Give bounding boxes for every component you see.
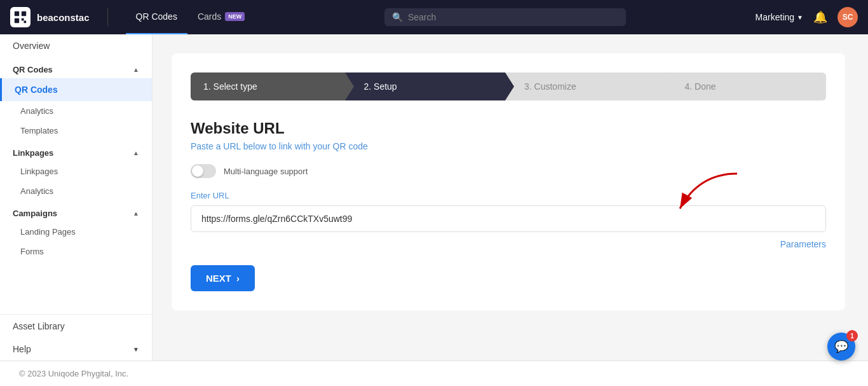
chevron-down-icon: ▼ — [797, 14, 803, 21]
step-3[interactable]: 3. Customize — [505, 72, 666, 100]
nav-tabs: QR Codes Cards NEW — [126, 0, 255, 34]
url-arrow-area — [191, 205, 826, 232]
search-icon: 🔍 — [392, 12, 403, 22]
toggle-knob — [192, 165, 203, 177]
sidebar-item-help[interactable]: Help ▼ — [0, 338, 152, 361]
sidebar: Overview QR Codes ▲ QR Codes Analytics T… — [0, 34, 153, 361]
cards-new-badge: NEW — [225, 12, 245, 21]
notifications-bell[interactable]: 🔔 — [813, 10, 827, 24]
sidebar-item-asset-library[interactable]: Asset Library — [0, 315, 152, 338]
sidebar-bottom: Asset Library Help ▼ — [0, 314, 152, 361]
svg-rect-0 — [15, 11, 19, 16]
content-area: 1. Select type 2. Setup 3. Customize 4. … — [153, 34, 868, 361]
sidebar-item-qr-codes[interactable]: QR Codes — [0, 78, 152, 101]
search-input[interactable] — [408, 12, 618, 22]
svg-rect-3 — [22, 18, 24, 21]
next-button[interactable]: NEXT › — [191, 265, 255, 291]
workspace-selector[interactable]: Marketing ▼ — [756, 12, 803, 22]
chevron-up-icon-linkpages: ▲ — [133, 149, 139, 156]
tab-cards[interactable]: Cards NEW — [187, 0, 255, 34]
sidebar-item-linkpages[interactable]: Linkpages — [0, 162, 152, 181]
logo-text: beaconstac — [37, 12, 90, 23]
multilang-label: Multi-language support — [224, 167, 308, 176]
sidebar-item-linkpages-analytics[interactable]: Analytics — [0, 181, 152, 201]
svg-rect-2 — [15, 18, 19, 23]
chevron-right-icon: › — [236, 273, 240, 284]
step-1[interactable]: 1. Select type — [191, 72, 345, 100]
user-avatar[interactable]: SC — [837, 7, 858, 27]
footer: © 2023 Uniqode Phygital, Inc. — [0, 361, 868, 386]
svg-rect-1 — [22, 11, 26, 16]
nav-right: Marketing ▼ 🔔 SC — [756, 7, 858, 27]
main-layout: Overview QR Codes ▲ QR Codes Analytics T… — [0, 34, 868, 361]
sidebar-group-qr-codes[interactable]: QR Codes ▲ — [0, 57, 152, 78]
sidebar-group-campaigns[interactable]: Campaigns ▲ — [0, 201, 152, 222]
step-4[interactable]: 4. Done — [666, 72, 827, 100]
logo-icon — [10, 7, 31, 27]
tab-qr-codes[interactable]: QR Codes — [126, 0, 187, 34]
search-bar[interactable]: 🔍 — [384, 8, 626, 26]
sidebar-item-qr-analytics[interactable]: Analytics — [0, 101, 152, 121]
sidebar-item-landing-pages[interactable]: Landing Pages — [0, 222, 152, 242]
page-title: Website URL — [191, 120, 826, 137]
chat-icon: 💬 — [834, 340, 848, 354]
wizard-card: 1. Select type 2. Setup 3. Customize 4. … — [172, 53, 845, 310]
chat-bubble[interactable]: 💬 1 — [827, 333, 855, 361]
svg-rect-4 — [24, 21, 27, 24]
chevron-up-icon: ▲ — [133, 66, 139, 73]
parameters-link[interactable]: Parameters — [780, 239, 826, 249]
step-2[interactable]: 2. Setup — [345, 72, 506, 100]
parameters-link-area: Parameters — [191, 238, 826, 250]
red-arrow-annotation — [648, 167, 750, 218]
sidebar-item-overview[interactable]: Overview — [0, 34, 152, 57]
chevron-down-icon-help: ▼ — [133, 346, 139, 353]
chevron-up-icon-campaigns: ▲ — [133, 210, 139, 217]
top-navigation: beaconstac QR Codes Cards NEW 🔍 Marketin… — [0, 0, 868, 34]
multilang-toggle[interactable] — [191, 164, 216, 178]
logo-area[interactable]: beaconstac — [10, 7, 90, 27]
sidebar-item-templates[interactable]: Templates — [0, 121, 152, 141]
steps-bar: 1. Select type 2. Setup 3. Customize 4. … — [191, 72, 826, 100]
page-subtitle: Paste a URL below to link with your QR c… — [191, 141, 826, 151]
nav-divider — [107, 8, 108, 26]
sidebar-group-linkpages[interactable]: Linkpages ▲ — [0, 141, 152, 162]
chat-notification-badge: 1 — [846, 330, 858, 341]
sidebar-item-forms[interactable]: Forms — [0, 242, 152, 261]
